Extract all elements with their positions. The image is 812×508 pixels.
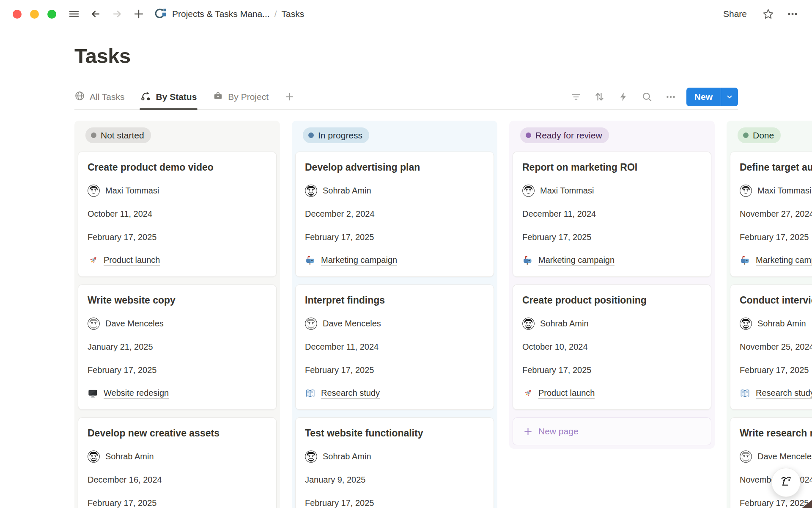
- assignee-row: Maxi Tommasi: [88, 185, 267, 196]
- new-page-button[interactable]: New page: [513, 417, 711, 445]
- task-card[interactable]: Report on marketing ROIMaxi TommasiDecem…: [513, 152, 711, 277]
- sidebar-menu-icon[interactable]: [67, 7, 81, 21]
- status-dot: [743, 133, 749, 138]
- rocket-icon: [88, 255, 98, 266]
- project-link[interactable]: Research study: [756, 388, 812, 399]
- task-title: Create product positioning: [522, 294, 702, 306]
- search-icon[interactable]: [641, 91, 653, 103]
- tab-label: All Tasks: [90, 92, 124, 102]
- kanban-column-done: DoneDefine target audienceMaxi TommasiNo…: [727, 121, 812, 508]
- briefcase-icon: [213, 91, 223, 103]
- end-date: February 17, 2025: [740, 364, 812, 376]
- mailbox-icon: [740, 255, 750, 266]
- add-view-button[interactable]: [285, 84, 294, 109]
- status-label: Ready for review: [535, 130, 602, 141]
- project-link[interactable]: Product launch: [104, 255, 160, 266]
- avatar: [305, 185, 317, 197]
- task-card[interactable]: Develop advertising planSohrab AminDecem…: [295, 152, 494, 277]
- task-card[interactable]: Develop new creative assetsSohrab AminDe…: [78, 417, 277, 508]
- project-link[interactable]: Marketing campaign: [321, 255, 397, 266]
- start-date: December 11, 2024: [522, 208, 702, 220]
- kanban-board: Not startedCreate product demo videoMaxi…: [74, 121, 812, 508]
- assignee-name: Sohrab Amin: [757, 319, 806, 329]
- assignee-row: Sohrab Amin: [305, 450, 484, 462]
- status-label: Done: [753, 130, 774, 141]
- mailbox-icon: [522, 255, 533, 266]
- status-badge[interactable]: Ready for review: [520, 127, 609, 143]
- tab-by-status[interactable]: By Status: [140, 84, 197, 109]
- assignee-row: Maxi Tommasi: [740, 185, 812, 196]
- new-dropdown-button[interactable]: [721, 88, 738, 106]
- back-icon[interactable]: [89, 7, 102, 21]
- filter-icon[interactable]: [570, 91, 582, 103]
- breadcrumb-separator: /: [274, 9, 277, 19]
- assignee-name: Maxi Tommasi: [540, 186, 594, 196]
- assignee-name: Maxi Tommasi: [105, 186, 159, 196]
- project-link[interactable]: Website redesign: [104, 388, 169, 399]
- task-card[interactable]: Create product demo videoMaxi TommasiOct…: [78, 152, 277, 277]
- view-toolbar: New: [559, 88, 738, 106]
- tab-all-tasks[interactable]: All Tasks: [74, 84, 124, 109]
- status-label: Not started: [101, 130, 144, 141]
- notion-ai-face-icon: [778, 474, 794, 491]
- project-relation: Marketing campaign: [740, 254, 812, 266]
- task-card[interactable]: Write research reportDave MencelesNovemb…: [730, 417, 812, 508]
- task-card[interactable]: Write website copyDave MencelesJanuary 2…: [78, 284, 277, 410]
- avatar: [522, 318, 535, 330]
- assignee-row: Dave Menceles: [88, 318, 267, 329]
- view-bar: All Tasks By Status By Proj: [74, 84, 738, 110]
- status-dot: [308, 133, 314, 138]
- minimize-button[interactable]: [30, 10, 39, 19]
- status-badge[interactable]: In progress: [303, 127, 369, 143]
- window-resize-corner: [802, 500, 812, 508]
- assignee-row: Dave Menceles: [740, 450, 812, 462]
- start-date: October 10, 2024: [522, 341, 702, 353]
- page-title: Tasks: [74, 44, 131, 68]
- new-tab-icon[interactable]: [132, 7, 145, 21]
- assignee-row: Maxi Tommasi: [522, 185, 702, 196]
- project-link[interactable]: Product launch: [538, 388, 595, 399]
- task-card[interactable]: Interpret findingsDave MencelesDecember …: [295, 284, 494, 410]
- column-header: Ready for review: [520, 127, 711, 143]
- breadcrumb-page[interactable]: Tasks: [282, 9, 304, 19]
- avatar: [740, 318, 752, 330]
- end-date: February 17, 2025: [305, 364, 484, 376]
- avatar: [740, 450, 752, 463]
- breadcrumb: Projects & Tasks Mana... / Tasks: [172, 9, 304, 19]
- task-card[interactable]: Conduct interviewsSohrab AminNovember 25…: [730, 284, 812, 410]
- assignee-row: Sohrab Amin: [522, 318, 702, 329]
- ai-assistant-button[interactable]: [771, 468, 801, 497]
- status-badge[interactable]: Not started: [85, 127, 151, 143]
- assignee-name: Sohrab Amin: [323, 186, 371, 196]
- breadcrumb-workspace[interactable]: Projects & Tasks Mana...: [172, 9, 270, 19]
- forward-icon[interactable]: [110, 7, 124, 21]
- kanban-column-in-progress: In progressDevelop advertising planSohra…: [292, 121, 497, 508]
- task-title: Create product demo video: [88, 161, 267, 173]
- lightning-icon[interactable]: [617, 91, 630, 103]
- notion-app-window: Projects & Tasks Mana... / Tasks Share T…: [0, 0, 812, 508]
- kanban-column-not-started: Not startedCreate product demo videoMaxi…: [74, 121, 280, 508]
- close-button[interactable]: [13, 10, 22, 19]
- new-button[interactable]: New: [686, 88, 721, 106]
- assignee-name: Dave Menceles: [323, 319, 381, 329]
- sort-icon[interactable]: [593, 91, 606, 103]
- project-link[interactable]: Marketing campaign: [538, 255, 614, 266]
- task-card[interactable]: Define target audienceMaxi TommasiNovemb…: [730, 152, 812, 277]
- assignee-row: Sohrab Amin: [740, 318, 812, 329]
- favorite-star-icon[interactable]: [761, 7, 775, 21]
- tab-by-project[interactable]: By Project: [213, 84, 269, 109]
- task-title: Write website copy: [88, 294, 267, 306]
- end-date: February 17, 2025: [740, 231, 812, 243]
- project-relation: Marketing campaign: [522, 254, 702, 266]
- zoom-button[interactable]: [47, 10, 56, 19]
- status-badge[interactable]: Done: [738, 127, 781, 143]
- task-card[interactable]: Test website functionalitySohrab AminJan…: [295, 417, 494, 508]
- task-card[interactable]: Create product positioningSohrab AminOct…: [513, 284, 711, 410]
- task-title: Define target audience: [740, 161, 812, 173]
- more-options-icon[interactable]: [786, 7, 799, 21]
- project-link[interactable]: Marketing campaign: [756, 255, 812, 266]
- end-date: February 17, 2025: [88, 231, 267, 243]
- share-button[interactable]: Share: [723, 9, 747, 19]
- project-link[interactable]: Research study: [321, 388, 380, 399]
- more-view-options-icon[interactable]: [664, 91, 677, 103]
